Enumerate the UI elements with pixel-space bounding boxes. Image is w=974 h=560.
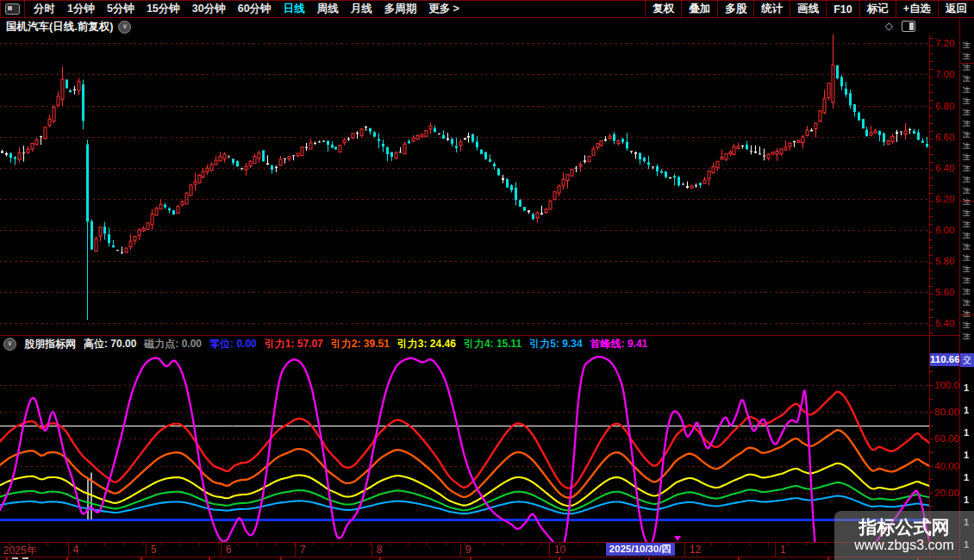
indicator-collapse-icon[interactable]: ∨ <box>3 338 16 351</box>
month-separator <box>371 543 372 557</box>
minor-time-tick <box>351 543 352 545</box>
edge-glyph: 州 <box>962 288 970 296</box>
top-toolbar: 分时1分钟5分钟15分钟30分钟60分钟日线周线月线多周期更多 > 复权叠加多股… <box>0 0 974 18</box>
period-tab-0[interactable]: 分时 <box>34 2 55 16</box>
edge-glyph: 州 <box>962 153 970 161</box>
indicator-tick-label: 40.00 <box>934 461 959 471</box>
edge-glyph: 州 <box>962 41 970 49</box>
price-tick <box>930 309 933 310</box>
toolbar-buttons: 复权叠加多股统计画线F10标记+自选返回 <box>645 1 974 17</box>
toolbar-button-3[interactable]: 统计 <box>753 1 790 17</box>
pane-separator <box>0 557 959 557</box>
edge-glyph: 州 <box>962 109 970 116</box>
price-tick <box>930 247 933 248</box>
period-tab-9[interactable]: 多周期 <box>384 2 417 16</box>
chevron-down-icon[interactable]: ∨ <box>118 21 131 34</box>
indicator-param-9: 首峰线: 9.41 <box>590 337 648 352</box>
toolbar-button-8[interactable]: 返回 <box>938 1 974 17</box>
edge-glyph: 州 <box>962 221 970 228</box>
month-separator <box>68 543 69 557</box>
price-tick <box>930 201 933 202</box>
minor-time-tick <box>521 543 522 545</box>
price-tick <box>930 46 933 47</box>
period-tab-7[interactable]: 周线 <box>317 2 339 16</box>
price-tick <box>930 302 933 302</box>
indicator-tick <box>930 385 933 386</box>
price-tick-label: 6.80 <box>935 101 954 111</box>
minor-time-tick <box>408 543 409 545</box>
minor-time-tick <box>275 543 276 545</box>
indicator-tick <box>930 452 933 453</box>
time-tick-label: 5 <box>151 544 157 556</box>
toolbar-button-6[interactable]: 标记 <box>859 1 896 17</box>
price-tick <box>930 139 933 140</box>
edge-glyph: 州 <box>962 165 970 172</box>
period-tab-5[interactable]: 60分钟 <box>238 2 272 16</box>
price-tick-label: 6.40 <box>935 163 954 173</box>
period-tab-2[interactable]: 5分钟 <box>107 2 134 16</box>
edge-digit: 1 <box>964 451 969 460</box>
toolbar-button-1[interactable]: 叠加 <box>681 1 717 17</box>
price-tick <box>930 224 933 225</box>
price-tick <box>930 185 933 186</box>
minor-time-tick <box>161 543 162 545</box>
indicator-param-7: 引力4: 15.11 <box>464 337 521 352</box>
indicator-param-1: 高位: 70.00 <box>84 337 136 352</box>
minor-time-tick <box>806 543 807 545</box>
indicator-tick-label: 80.00 <box>934 407 959 417</box>
trading-app-window: 分时1分钟5分钟15分钟30分钟60分钟日线周线月线多周期更多 > 复权叠加多股… <box>0 0 974 560</box>
month-separator <box>684 543 685 557</box>
minor-time-tick <box>218 543 219 545</box>
price-tick-label: 6.00 <box>935 225 954 235</box>
candlestick-chart-canvas[interactable] <box>0 34 929 336</box>
time-axis: 2025年456789101212025/10/30/四 <box>0 543 929 557</box>
price-tick <box>930 170 933 171</box>
price-tick <box>930 53 933 54</box>
price-tick <box>930 131 933 132</box>
edge-glyph: 州 <box>962 120 970 128</box>
panel-layout-icon[interactable] <box>902 21 915 32</box>
period-tab-1[interactable]: 1分钟 <box>67 2 95 16</box>
indicator-tick <box>930 479 933 480</box>
edge-glyph: 州 <box>962 333 970 340</box>
toolbar-button-7[interactable]: +自选 <box>896 1 938 17</box>
period-tab-3[interactable]: 15分钟 <box>147 2 180 16</box>
price-tick-label: 5.80 <box>935 256 954 266</box>
indicator-tick-label: 20.00 <box>934 488 959 498</box>
clipped-text <box>22 557 28 559</box>
period-tab-6[interactable]: 日线 <box>284 2 305 16</box>
edge-highlight-cell: 交 <box>960 353 974 367</box>
period-tab-4[interactable]: 30分钟 <box>192 2 226 16</box>
minor-time-tick <box>123 543 124 545</box>
minor-time-tick <box>180 543 181 545</box>
edge-glyph: 州 <box>962 75 970 83</box>
toolbar-button-0[interactable]: 复权 <box>645 1 681 17</box>
minor-time-tick <box>142 543 143 545</box>
window-layout-button[interactable] <box>0 1 25 17</box>
time-tick-label: 12 <box>690 544 701 556</box>
indicator-param-0: 股朋指标网 <box>24 337 76 352</box>
title-bar: 国机汽车(日线.前复权) ∨ ◇ <box>0 19 957 34</box>
edge-glyph: 州 <box>962 86 970 94</box>
minor-time-tick <box>503 543 503 545</box>
toolbar-button-5[interactable]: F10 <box>826 1 859 17</box>
edge-glyph: 州 <box>962 321 970 329</box>
toolbar-button-2[interactable]: 多股 <box>717 1 753 17</box>
price-tick-label: 7.20 <box>935 38 954 48</box>
toolbar-button-4[interactable]: 画线 <box>790 1 826 17</box>
indicator-param-6: 引力3: 24.46 <box>397 337 456 352</box>
period-tab-8[interactable]: 月线 <box>351 2 372 16</box>
price-tick <box>930 108 933 109</box>
minor-time-tick <box>749 543 750 545</box>
period-tab-10[interactable]: 更多 > <box>428 2 459 16</box>
price-tick <box>930 61 933 62</box>
watermark-url: www.zbgs3.com <box>854 538 954 553</box>
edge-digit: 1 <box>964 406 969 415</box>
price-tick <box>930 100 933 101</box>
diamond-icon[interactable]: ◇ <box>885 20 893 32</box>
clipped-text <box>12 557 18 559</box>
indicator-chart-canvas[interactable] <box>0 352 929 543</box>
minor-time-tick <box>711 543 712 545</box>
minor-time-tick <box>313 543 314 545</box>
time-tick-label: 9 <box>465 544 471 556</box>
